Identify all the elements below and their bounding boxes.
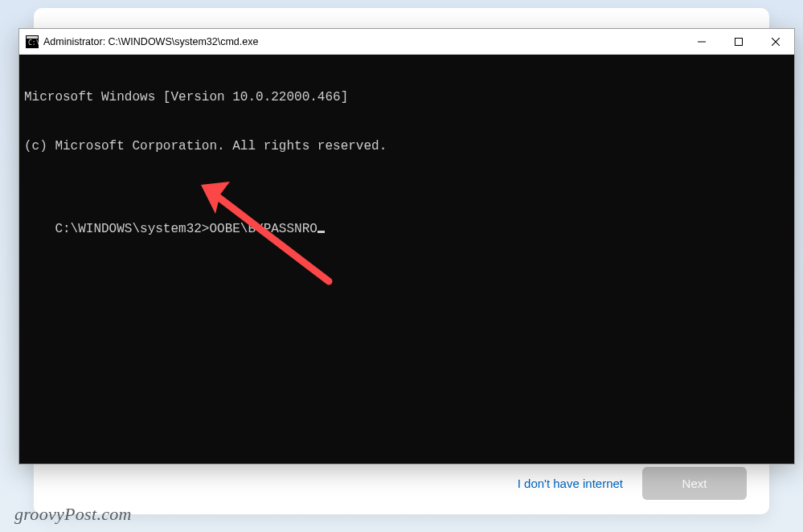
maximize-icon <box>735 38 743 46</box>
terminal-blank-line <box>24 188 789 204</box>
terminal-prompt: C:\WINDOWS\system32> <box>55 222 209 236</box>
next-button[interactable]: Next <box>642 467 747 500</box>
titlebar-text: Administrator: C:\WINDOWS\system32\cmd.e… <box>43 36 258 47</box>
svg-rect-3 <box>698 41 706 42</box>
terminal-typed-command: OOBE\BYPASSNRO <box>209 222 317 236</box>
svg-text:C:\: C:\ <box>28 39 39 47</box>
titlebar[interactable]: C:\ Administrator: C:\WINDOWS\system32\c… <box>19 29 794 55</box>
close-button[interactable] <box>757 29 794 55</box>
close-icon <box>772 38 780 46</box>
terminal-output[interactable]: Microsoft Windows [Version 10.0.22000.46… <box>19 55 794 464</box>
watermark: groovyPost.com <box>14 504 132 525</box>
terminal-cursor <box>318 231 325 233</box>
minimize-button[interactable] <box>683 29 720 55</box>
svg-rect-1 <box>27 36 38 39</box>
minimize-icon <box>698 38 706 46</box>
svg-rect-4 <box>735 38 743 45</box>
svg-line-5 <box>211 191 329 281</box>
cmd-window: C:\ Administrator: C:\WINDOWS\system32\c… <box>18 28 795 464</box>
setup-footer: I don't have internet Next <box>518 467 747 500</box>
maximize-button[interactable] <box>720 29 757 55</box>
terminal-line: (c) Microsoft Corporation. All rights re… <box>24 138 789 154</box>
cmd-icon: C:\ <box>26 35 39 48</box>
no-internet-link[interactable]: I don't have internet <box>518 477 623 490</box>
terminal-line: Microsoft Windows [Version 10.0.22000.46… <box>24 89 789 105</box>
